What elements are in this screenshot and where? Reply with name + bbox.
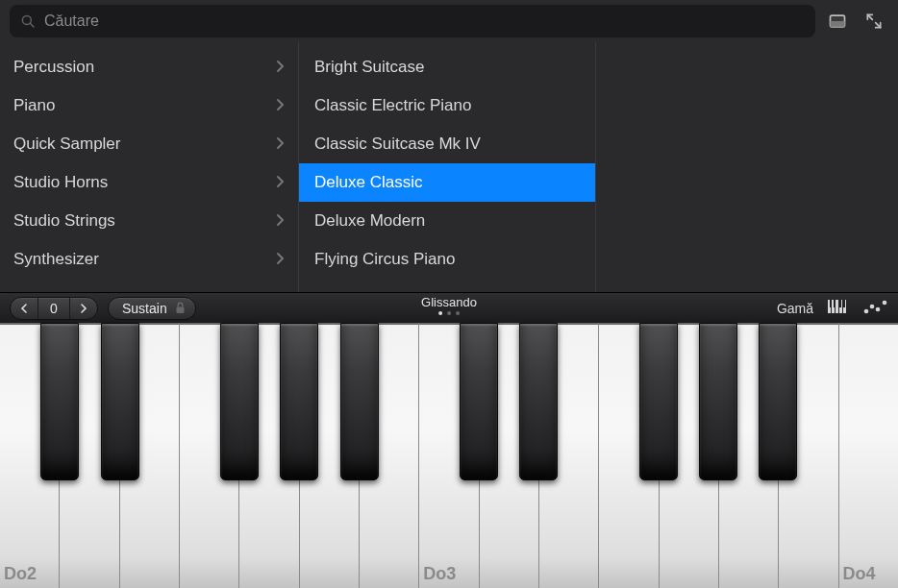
category-label: Percussion bbox=[13, 58, 94, 77]
preset-label: Classic Suitcase Mk IV bbox=[314, 135, 481, 154]
preset-label: Deluxe Modern bbox=[314, 211, 425, 231]
search-bar bbox=[0, 0, 898, 42]
category-item[interactable]: Studio Strings bbox=[0, 202, 298, 240]
preset-item[interactable]: Bright Suitcase bbox=[299, 48, 595, 86]
black-key[interactable] bbox=[460, 323, 498, 480]
sustain-button[interactable]: Sustain bbox=[108, 297, 196, 320]
arpeggiator-button[interactable] bbox=[863, 298, 888, 319]
page-dot bbox=[456, 311, 460, 315]
key-label: Do3 bbox=[423, 564, 456, 584]
scale-button[interactable]: Gamă bbox=[777, 301, 813, 316]
category-item[interactable]: Piano bbox=[0, 86, 298, 125]
black-key[interactable] bbox=[340, 323, 379, 480]
sustain-label: Sustain bbox=[122, 301, 167, 316]
view-toggle-button[interactable] bbox=[823, 7, 852, 36]
octave-stepper: 0 bbox=[10, 297, 98, 320]
svg-rect-14 bbox=[843, 300, 845, 307]
octave-value: 0 bbox=[37, 298, 70, 319]
search-input[interactable] bbox=[44, 12, 806, 30]
preset-item[interactable]: Flying Circus Piano bbox=[299, 240, 595, 279]
preset-item[interactable]: Deluxe Classic bbox=[299, 163, 595, 202]
chevron-right-icon bbox=[276, 211, 285, 231]
svg-point-18 bbox=[883, 300, 887, 305]
svg-rect-11 bbox=[830, 300, 832, 307]
musical-keyboard: Do2Do3Do4 bbox=[0, 323, 898, 588]
preset-item[interactable]: Classic Suitcase Mk IV bbox=[299, 125, 595, 163]
category-label: Synthesizer bbox=[13, 250, 99, 269]
fullscreen-button[interactable] bbox=[860, 7, 888, 36]
key-label: Do4 bbox=[843, 564, 876, 584]
key-label: Do2 bbox=[4, 564, 37, 584]
search-icon bbox=[19, 12, 37, 30]
page-dot bbox=[447, 311, 451, 315]
keyboard-control-strip: 0 Sustain Glissando Gamă bbox=[0, 292, 898, 323]
black-key[interactable] bbox=[699, 323, 737, 480]
chevron-right-icon bbox=[276, 96, 285, 115]
black-key[interactable] bbox=[280, 323, 318, 480]
black-key[interactable] bbox=[220, 323, 259, 480]
svg-point-15 bbox=[864, 308, 869, 313]
chevron-right-icon bbox=[276, 135, 285, 154]
svg-rect-4 bbox=[176, 307, 184, 314]
category-item[interactable]: Studio Horns bbox=[0, 163, 298, 202]
category-label: Studio Strings bbox=[13, 211, 115, 231]
black-key[interactable] bbox=[101, 323, 139, 480]
touch-mode-label: Glissando bbox=[421, 295, 477, 309]
preset-label: Deluxe Classic bbox=[314, 173, 422, 192]
category-item[interactable]: Quick Sampler bbox=[0, 125, 298, 163]
chevron-right-icon bbox=[276, 173, 285, 192]
category-label: Quick Sampler bbox=[13, 135, 120, 154]
category-column: PercussionPianoQuick SamplerStudio Horns… bbox=[0, 42, 298, 292]
touch-mode-indicator[interactable]: Glissando bbox=[421, 295, 477, 315]
svg-point-17 bbox=[876, 306, 881, 311]
white-key[interactable]: Do4 bbox=[839, 323, 898, 588]
svg-rect-8 bbox=[836, 300, 838, 313]
svg-line-1 bbox=[30, 23, 34, 27]
instrument-browser: PercussionPianoQuick SamplerStudio Horns… bbox=[0, 42, 898, 292]
category-label: Studio Horns bbox=[13, 173, 108, 192]
preset-item[interactable]: Deluxe Modern bbox=[299, 202, 595, 240]
category-label: Piano bbox=[13, 96, 55, 115]
black-key[interactable] bbox=[639, 323, 678, 480]
black-key[interactable] bbox=[519, 323, 558, 480]
page-dots bbox=[421, 311, 477, 315]
preset-label: Bright Suitcase bbox=[314, 58, 424, 77]
keyboard-layout-button[interactable] bbox=[827, 298, 850, 319]
preset-item[interactable]: Classic Electric Piano bbox=[299, 86, 595, 125]
svg-rect-13 bbox=[839, 300, 841, 307]
svg-rect-3 bbox=[831, 21, 845, 27]
octave-up-button[interactable] bbox=[70, 298, 97, 319]
search-field-container bbox=[10, 5, 815, 37]
chevron-right-icon bbox=[276, 58, 285, 77]
black-key[interactable] bbox=[40, 323, 79, 480]
svg-point-16 bbox=[870, 304, 875, 308]
svg-rect-12 bbox=[834, 300, 836, 307]
lock-icon bbox=[175, 302, 186, 314]
chevron-right-icon bbox=[276, 250, 285, 269]
category-item[interactable]: Percussion bbox=[0, 48, 298, 86]
preset-label: Flying Circus Piano bbox=[314, 250, 455, 269]
black-key[interactable] bbox=[759, 323, 797, 480]
category-item[interactable]: Synthesizer bbox=[0, 240, 298, 279]
page-dot bbox=[438, 311, 442, 315]
preset-column: Bright SuitcaseClassic Electric PianoCla… bbox=[298, 42, 596, 292]
octave-down-button[interactable] bbox=[11, 298, 37, 319]
preset-label: Classic Electric Piano bbox=[314, 96, 471, 115]
